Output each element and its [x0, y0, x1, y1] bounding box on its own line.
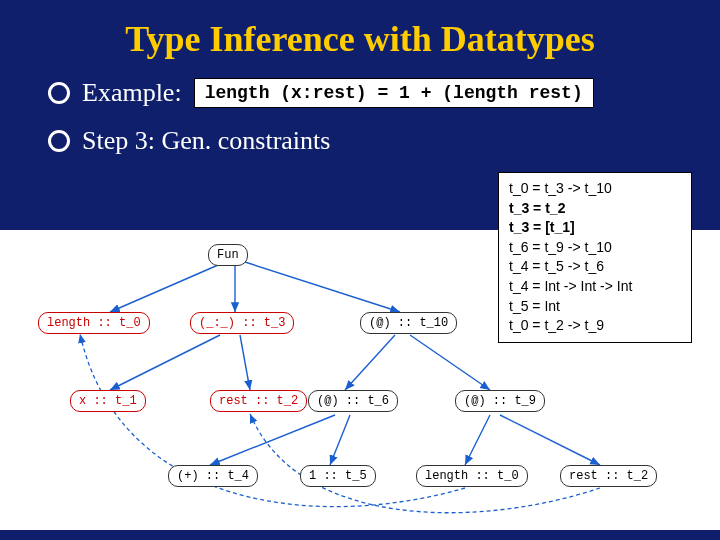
constraint-line: t_4 = Int -> Int -> Int	[509, 277, 681, 297]
example-row: Example: length (x:rest) = 1 + (length r…	[48, 78, 720, 108]
svg-line-2	[245, 262, 400, 312]
bullet-icon	[48, 82, 70, 104]
svg-line-10	[500, 415, 600, 465]
svg-line-0	[110, 262, 225, 312]
svg-line-5	[345, 335, 395, 390]
node-x: x :: t_1	[70, 390, 146, 412]
node-fun: Fun	[208, 244, 248, 266]
node-one: 1 :: t_5	[300, 465, 376, 487]
constraint-line: t_0 = t_2 -> t_9	[509, 316, 681, 336]
node-rest-use: rest :: t_2	[560, 465, 657, 487]
node-app-t6: (@) :: t_6	[308, 390, 398, 412]
example-label: Example:	[82, 78, 182, 108]
svg-line-6	[410, 335, 490, 390]
bullet-icon	[48, 130, 70, 152]
svg-line-8	[330, 415, 350, 465]
constraints-panel: t_0 = t_3 -> t_10 t_3 = t_2 t_3 = [t_1] …	[498, 172, 692, 343]
node-length-def: length :: t_0	[38, 312, 150, 334]
constraint-line: t_0 = t_3 -> t_10	[509, 179, 681, 199]
svg-line-3	[110, 335, 220, 390]
svg-line-9	[465, 415, 490, 465]
node-plus: (+) :: t_4	[168, 465, 258, 487]
node-length-use: length :: t_0	[416, 465, 528, 487]
node-cons-pattern: (_:_) :: t_3	[190, 312, 294, 334]
svg-line-4	[240, 335, 250, 390]
example-code: length (x:rest) = 1 + (length rest)	[194, 78, 594, 108]
slide-title: Type Inference with Datatypes	[0, 0, 720, 68]
constraint-line: t_4 = t_5 -> t_6	[509, 257, 681, 277]
node-app-t10: (@) :: t_10	[360, 312, 457, 334]
svg-line-7	[210, 415, 335, 465]
constraint-line: t_3 = t_2	[509, 199, 681, 219]
constraint-line: t_3 = [t_1]	[509, 218, 681, 238]
constraint-line: t_6 = t_9 -> t_10	[509, 238, 681, 258]
step-row: Step 3: Gen. constraints	[48, 126, 720, 156]
constraint-line: t_5 = Int	[509, 297, 681, 317]
node-rest-pattern: rest :: t_2	[210, 390, 307, 412]
node-app-t9: (@) :: t_9	[455, 390, 545, 412]
step-label: Step 3: Gen. constraints	[82, 126, 330, 156]
